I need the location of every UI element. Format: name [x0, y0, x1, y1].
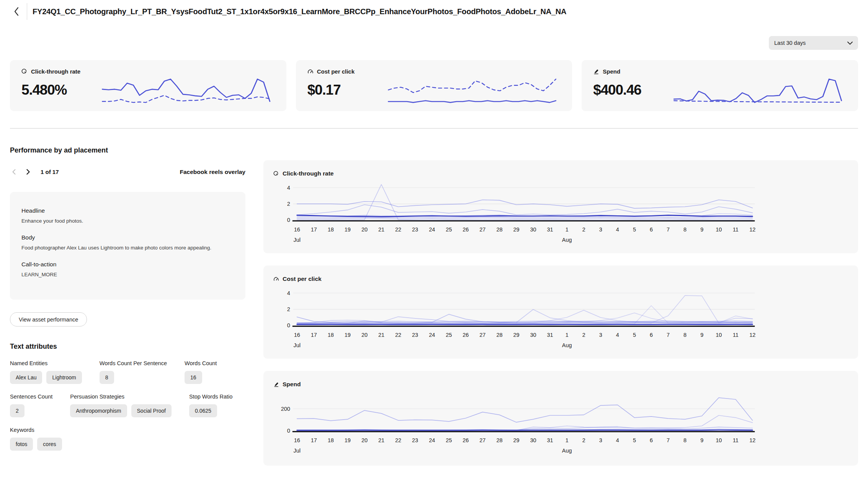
x-tick-label: 19 — [345, 226, 351, 233]
month-label: Jul — [293, 342, 300, 348]
pagination-prev-button[interactable] — [10, 168, 18, 176]
chart-title: Click-through rate — [283, 170, 333, 177]
x-tick-label: 20 — [361, 437, 368, 443]
kpi-label: Spend — [603, 68, 620, 75]
attribute-chips: AnthropomorphismSocial Proof — [70, 404, 172, 417]
sparkline-previous-period — [102, 95, 270, 103]
y-tick-label: 0 — [287, 322, 290, 328]
chart-line-emphasis — [297, 430, 753, 430]
x-tick-label: 30 — [530, 332, 536, 338]
x-tick-label: 3 — [599, 226, 602, 233]
attribute-chip: 0.0625 — [189, 404, 217, 417]
x-tick-label: 2 — [582, 226, 585, 233]
x-tick-label: 7 — [667, 332, 670, 338]
attribute-chips: Alex LauLightroom — [10, 371, 82, 384]
x-tick-label: 16 — [294, 226, 300, 233]
headline-value: Enhance your food photos. — [21, 218, 234, 224]
x-tick-label: 8 — [683, 437, 687, 443]
chart-line — [297, 398, 753, 422]
attribute-chip: Alex Lau — [10, 371, 42, 384]
attribute-label: Words Count Per Sentence — [100, 360, 167, 366]
x-tick-label: 16 — [294, 437, 300, 443]
x-tick-label: 4 — [616, 226, 619, 233]
attribute-chips: 16 — [185, 371, 217, 384]
x-tick-label: 28 — [496, 332, 502, 338]
x-tick-label: 22 — [395, 226, 401, 233]
kpi-row: Click-through rate 5.480% Cost per click… — [10, 60, 858, 111]
sparkline-previous-period — [388, 79, 556, 92]
x-tick-label: 1 — [566, 437, 569, 443]
kpi-sparkline — [386, 75, 558, 105]
attribute-chip: Social Proof — [131, 404, 172, 417]
text-attributes-rows: Named EntitiesAlex LauLightroomWords Cou… — [10, 360, 245, 451]
kpi-label: Cost per click — [317, 68, 355, 75]
x-tick-label: 3 — [599, 437, 602, 443]
x-tick-label: 5 — [633, 437, 636, 443]
x-tick-label: 27 — [479, 437, 485, 443]
x-tick-label: 18 — [328, 332, 334, 338]
x-tick-label: 3 — [599, 332, 602, 338]
spend-icon — [273, 382, 279, 387]
view-asset-performance-button[interactable]: View asset performance — [10, 312, 87, 326]
x-tick-label: 27 — [479, 332, 485, 338]
x-tick-label: 22 — [395, 437, 401, 443]
chart-panel-ctr: Click-through rate 024161718192021222324… — [263, 160, 858, 253]
x-tick-label: 21 — [378, 437, 384, 443]
left-column: 1 of 17 Facebook reels overlay Headline … — [10, 160, 245, 466]
x-tick-label: 11 — [733, 226, 739, 233]
chart-line — [297, 205, 753, 215]
attribute-group: Words Count Per Sentence8 — [100, 360, 167, 384]
month-label: Jul — [293, 237, 300, 243]
x-tick-label: 26 — [463, 437, 469, 443]
x-tick-label: 25 — [446, 332, 452, 338]
x-tick-label: 8 — [683, 226, 687, 233]
y-tick-label: 200 — [281, 406, 290, 412]
x-tick-label: 2 — [582, 437, 585, 443]
content-row: 1 of 17 Facebook reels overlay Headline … — [10, 160, 858, 466]
x-tick-label: 29 — [513, 437, 519, 443]
attribute-chip: Lightroom — [46, 371, 82, 384]
gauge-icon — [307, 69, 314, 75]
pagination-next-button[interactable] — [24, 168, 32, 176]
x-tick-label: 20 — [361, 332, 368, 338]
x-tick-label: 10 — [716, 332, 722, 338]
attribute-chip: 8 — [100, 371, 114, 384]
x-tick-label: 30 — [530, 437, 536, 443]
attribute-chips: 8 — [100, 371, 167, 384]
kpi-sparkline — [100, 75, 272, 105]
date-range-dropdown[interactable]: Last 30 days — [769, 36, 858, 50]
x-tick-label: 19 — [345, 332, 351, 338]
kpi-card-spend: Spend $400.46 — [582, 60, 858, 111]
x-tick-label: 17 — [311, 332, 317, 338]
x-tick-label: 5 — [633, 226, 636, 233]
filter-row: Last 30 days — [10, 36, 858, 50]
x-tick-label: 18 — [328, 226, 334, 233]
back-chevron-icon — [13, 7, 20, 16]
x-tick-label: 18 — [328, 437, 334, 443]
attribute-group: Sentences Count2 — [10, 394, 52, 417]
x-tick-label: 10 — [716, 437, 722, 443]
attribute-chips: fotoscores — [10, 438, 62, 451]
attribute-label: Sentences Count — [10, 394, 52, 400]
x-tick-label: 17 — [311, 226, 317, 233]
x-tick-label: 31 — [547, 332, 553, 338]
x-tick-label: 25 — [446, 437, 452, 443]
attribute-group: Persuasion StrategiesAnthropomorphismSoc… — [70, 394, 172, 417]
x-tick-label: 11 — [733, 437, 739, 443]
sparkline-current-period — [674, 79, 842, 102]
month-label: Jul — [293, 448, 300, 454]
x-tick-label: 1 — [566, 226, 569, 233]
x-tick-label: 9 — [700, 226, 703, 233]
sparkline-current-period — [388, 101, 556, 103]
attribute-chips: 0.0625 — [189, 404, 232, 417]
x-tick-label: 24 — [429, 226, 435, 233]
back-button[interactable] — [10, 4, 23, 19]
x-tick-label: 21 — [378, 332, 384, 338]
attribute-group: Words Count16 — [185, 360, 217, 384]
x-tick-label: 16 — [294, 332, 300, 338]
x-tick-label: 21 — [378, 226, 384, 233]
month-label: Aug — [562, 448, 572, 454]
x-tick-label: 28 — [496, 437, 502, 443]
x-tick-label: 12 — [749, 226, 755, 233]
click-icon — [273, 171, 279, 177]
